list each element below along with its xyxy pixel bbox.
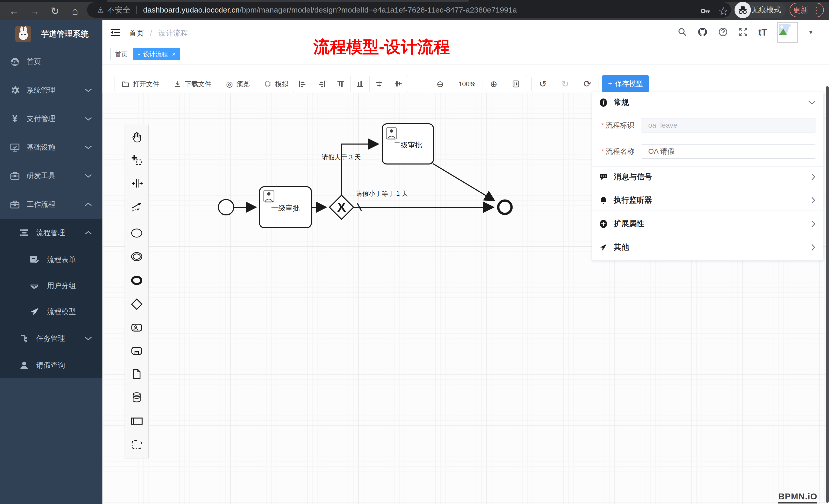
scrollbar[interactable] bbox=[826, 86, 829, 503]
redo-button[interactable]: ↻ bbox=[554, 76, 576, 92]
chevron-right-icon[interactable] bbox=[811, 244, 816, 251]
align-left-icon bbox=[298, 80, 306, 88]
sidebar-item-home[interactable]: 首页 bbox=[0, 48, 102, 75]
sidebar-item-task-mgmt[interactable]: 任务管理 bbox=[0, 325, 102, 352]
sidebar-fold-icon[interactable] bbox=[110, 28, 120, 38]
align-center-button[interactable] bbox=[370, 76, 389, 92]
user-icon-head bbox=[267, 192, 271, 196]
flow-nodes-icon bbox=[19, 333, 30, 344]
chevron-right-icon[interactable] bbox=[811, 220, 816, 227]
align-bottom-button[interactable] bbox=[351, 76, 370, 92]
align-top-button[interactable] bbox=[331, 76, 351, 92]
section-listeners[interactable]: 执行监听器 bbox=[592, 190, 823, 211]
user-icon-head bbox=[390, 129, 393, 133]
save-model-label: 保存模型 bbox=[615, 79, 643, 88]
browser-home-icon[interactable]: ⌂ bbox=[66, 2, 84, 20]
browser-forward-icon[interactable]: → bbox=[26, 2, 43, 20]
search-icon[interactable] bbox=[678, 27, 687, 38]
chevron-right-icon[interactable] bbox=[811, 173, 816, 180]
text-size-icon[interactable]: tT bbox=[758, 27, 767, 38]
caret-down-icon[interactable]: ▼ bbox=[808, 29, 814, 36]
chevron-right-icon[interactable] bbox=[811, 197, 816, 204]
sidebar-item-label: 任务管理 bbox=[36, 334, 65, 343]
flow-task2-to-end[interactable] bbox=[433, 163, 495, 201]
browser-reload-icon[interactable]: ↻ bbox=[46, 2, 64, 20]
exclusive-gateway[interactable]: X bbox=[329, 195, 354, 219]
flow-gateway-to-task2[interactable] bbox=[341, 144, 379, 195]
process-name-value: OA 请假 bbox=[648, 147, 675, 156]
process-name-input[interactable]: OA 请假 bbox=[641, 144, 816, 159]
menu-dots-icon[interactable]: ⋮ bbox=[812, 5, 821, 15]
section-general[interactable]: i 常规 bbox=[592, 92, 823, 113]
history-button-group: ↺ ↻ ⟳ bbox=[532, 76, 599, 92]
tree-list-icon bbox=[19, 227, 30, 238]
fit-viewport-button[interactable] bbox=[505, 76, 527, 92]
user-task-level2[interactable]: 二级审批 bbox=[382, 124, 433, 164]
field-label: 流程名称 bbox=[606, 147, 639, 156]
end-event[interactable] bbox=[498, 201, 511, 214]
update-label: 更新 bbox=[793, 5, 808, 15]
tag-tab-design[interactable]: ● 设计流程 × bbox=[133, 48, 180, 61]
section-title: 其他 bbox=[614, 242, 629, 253]
flow-label-le1day[interactable]: 请假小于等于 1 天 bbox=[356, 190, 408, 197]
paper-plane-icon bbox=[29, 306, 40, 317]
download-file-button[interactable]: 下载文件 bbox=[167, 76, 219, 92]
breadcrumb-home[interactable]: 首页 bbox=[129, 29, 144, 37]
bpmn-canvas[interactable]: 一级审批 X 二级审批 请假大于 3 天 请假小于等于 1 天 bbox=[102, 92, 829, 504]
browser-back-icon[interactable]: ← bbox=[5, 2, 23, 20]
zoom-in-button[interactable]: ⊕ bbox=[483, 76, 505, 92]
sidebar-item-devtools[interactable]: 研发工具 bbox=[0, 162, 102, 189]
address-bar[interactable]: ⚠ 不安全 dashboard.yudao.iocoder.cn/bpm/man… bbox=[87, 2, 731, 18]
briefcase-icon bbox=[9, 170, 21, 181]
breadcrumb-current: 设计流程 bbox=[158, 29, 188, 37]
sidebar-item-label: 工作流程 bbox=[27, 200, 55, 209]
zoom-level[interactable]: 100% bbox=[452, 76, 483, 92]
not-secure-label[interactable]: 不安全 bbox=[107, 5, 130, 15]
chevron-down-icon[interactable] bbox=[808, 101, 816, 105]
user-task-level1[interactable]: 一级审批 bbox=[260, 187, 311, 228]
open-file-button[interactable]: 打开文件 bbox=[114, 76, 167, 92]
button-label: 模拟 bbox=[275, 80, 288, 88]
section-other[interactable]: 其他 bbox=[592, 237, 823, 258]
start-event[interactable] bbox=[218, 200, 234, 215]
restart-button[interactable]: ⟳ bbox=[576, 76, 598, 92]
browser-toolbar: ← → ↻ ⌂ ⚠ 不安全 dashboard.yudao.iocoder.cn… bbox=[0, 0, 829, 20]
simulate-button[interactable]: 模拟 bbox=[257, 76, 295, 92]
url-domain: dashboard.yudao.iocoder.cn bbox=[143, 6, 240, 14]
bookmark-star-icon[interactable]: ☆ bbox=[714, 2, 732, 20]
sidebar-item-infra[interactable]: 基础设施 bbox=[0, 134, 102, 161]
align-left-button[interactable] bbox=[293, 76, 312, 92]
section-messages[interactable]: 消息与信号 bbox=[592, 166, 823, 187]
align-middle-button[interactable] bbox=[389, 76, 408, 92]
app-logo-row[interactable]: 芋道管理系统 bbox=[0, 23, 102, 45]
save-model-button[interactable]: + 保存模型 bbox=[602, 75, 649, 92]
sidebar-item-payment[interactable]: ¥ 支付管理 bbox=[0, 105, 102, 132]
close-icon[interactable]: × bbox=[172, 51, 175, 58]
avatar[interactable] bbox=[777, 22, 798, 43]
chevron-up-icon bbox=[84, 231, 92, 235]
password-key-icon[interactable] bbox=[696, 2, 714, 20]
section-extensions[interactable]: 扩展属性 bbox=[592, 214, 823, 234]
undo-button[interactable]: ↺ bbox=[532, 76, 554, 92]
flow-label-gt3days[interactable]: 请假大于 3 天 bbox=[322, 154, 361, 161]
sidebar-item-leave-query[interactable]: 请假查询 bbox=[0, 352, 102, 379]
sidebar-item-process-mgmt[interactable]: 流程管理 bbox=[0, 220, 102, 246]
sidebar-item-process-model[interactable]: 流程模型 bbox=[0, 298, 102, 325]
github-icon[interactable] bbox=[697, 27, 708, 38]
preview-button[interactable]: ◎ 预览 bbox=[219, 76, 257, 92]
process-key-input[interactable]: oa_leave bbox=[641, 118, 816, 132]
tags-view-bar: 首页 ● 设计流程 × bbox=[102, 45, 829, 65]
browser-update-button[interactable]: 更新 ⋮ bbox=[790, 3, 824, 17]
fullscreen-icon[interactable] bbox=[738, 27, 748, 38]
sidebar-item-user-group[interactable]: 用户分组 bbox=[0, 272, 102, 299]
tag-tab-home[interactable]: 首页 bbox=[110, 48, 132, 61]
sidebar-item-process-form[interactable]: 流程表单 bbox=[0, 246, 102, 273]
zoom-out-button[interactable]: ⊖ bbox=[429, 76, 452, 92]
sidebar: 芋道管理系统 首页 系统管理 bbox=[0, 20, 102, 504]
bpmn-io-logo[interactable]: BPMN.iO bbox=[778, 492, 817, 503]
sidebar-item-workflow[interactable]: 工作流程 bbox=[0, 191, 102, 218]
align-right-button[interactable] bbox=[312, 76, 331, 92]
sidebar-item-system[interactable]: 系统管理 bbox=[0, 77, 102, 104]
help-icon[interactable] bbox=[718, 27, 728, 38]
section-title: 扩展属性 bbox=[614, 219, 644, 229]
